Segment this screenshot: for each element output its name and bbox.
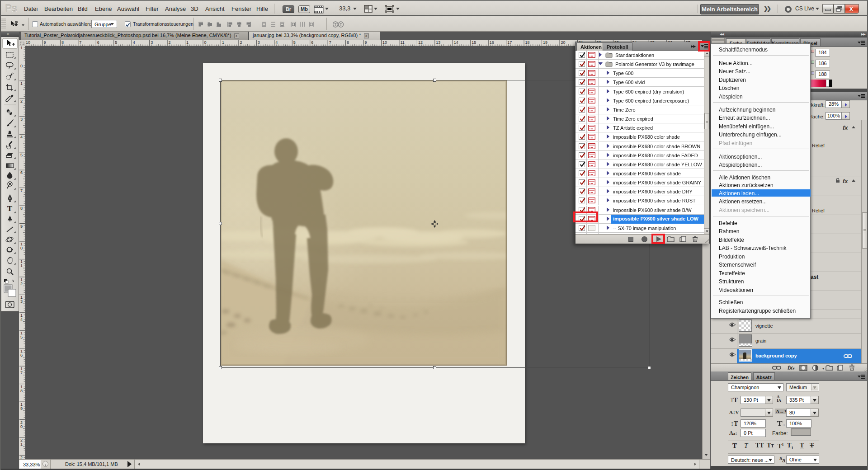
svg-text:7: 7 [20,188,23,193]
svg-text:2: 2 [169,40,171,45]
svg-text:3: 3 [20,299,23,304]
svg-text:6: 6 [20,170,23,175]
svg-text:0: 0 [20,246,23,250]
svg-text:4: 4 [20,135,23,139]
svg-text:8: 8 [347,40,349,45]
svg-text:15: 15 [472,40,476,45]
svg-text:9: 9 [365,40,367,45]
svg-text:5: 5 [20,335,23,339]
svg-text:9: 9 [43,40,46,45]
svg-text:2: 2 [20,99,23,103]
svg-text:19: 19 [543,40,547,45]
svg-text:8: 8 [20,389,23,393]
svg-text:1: 1 [20,81,23,86]
svg-text:3: 3 [151,40,153,45]
svg-text:0: 0 [20,424,23,429]
svg-text:8: 8 [61,40,64,45]
svg-text:9: 9 [20,406,23,411]
svg-text:4: 4 [133,40,135,45]
svg-text:2: 2 [20,456,23,459]
svg-text:5: 5 [293,40,296,45]
svg-text:5: 5 [115,40,117,45]
svg-text:0: 0 [204,40,207,45]
svg-text:16: 16 [490,40,494,45]
svg-text:6: 6 [311,40,313,45]
svg-text:1: 1 [20,46,23,50]
svg-text:1: 1 [20,263,23,268]
svg-text:10: 10 [26,40,30,45]
svg-text:1: 1 [186,40,189,45]
svg-text:6: 6 [97,40,99,45]
svg-text:4: 4 [20,317,23,322]
svg-text:4: 4 [275,40,278,45]
svg-text:14: 14 [454,40,458,45]
svg-text:0: 0 [20,64,23,68]
svg-text:10: 10 [382,40,387,45]
svg-text:7: 7 [20,371,23,375]
svg-text:13: 13 [436,40,440,45]
svg-text:1: 1 [222,40,224,45]
svg-text:18: 18 [525,40,530,45]
svg-text:3: 3 [20,117,23,122]
svg-text:6: 6 [20,353,23,357]
svg-text:7: 7 [79,40,81,45]
svg-text:20: 20 [561,40,566,45]
svg-text:17: 17 [507,40,512,45]
svg-text:2: 2 [20,282,23,286]
svg-text:5: 5 [20,153,23,157]
svg-text:T: T [7,204,13,213]
svg-text:2: 2 [240,40,242,45]
svg-text:8: 8 [20,206,23,211]
svg-text:1: 1 [20,442,23,446]
svg-text:3: 3 [258,40,260,45]
svg-text:9: 9 [20,224,23,229]
svg-text:12: 12 [418,40,423,45]
svg-text:7: 7 [329,40,331,45]
svg-text:11: 11 [400,40,404,45]
